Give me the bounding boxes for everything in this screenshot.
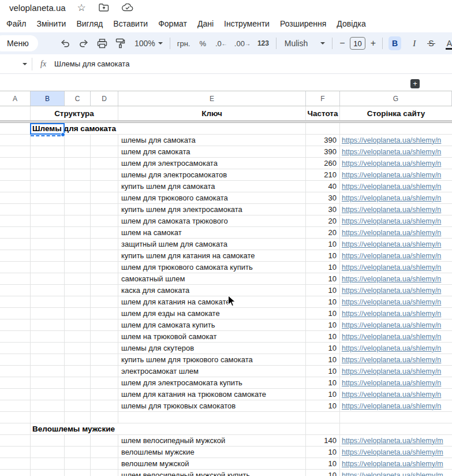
grid-cell[interactable] xyxy=(0,227,31,238)
page-link[interactable]: https://veloplaneta.ua/shlemy/n xyxy=(342,308,441,319)
zoom-select[interactable]: 100% xyxy=(135,39,163,48)
page-link[interactable]: https://veloplaneta.ua/shlemy/n xyxy=(342,285,441,296)
key-cell[interactable]: шлем для электросамоката xyxy=(121,158,218,169)
grid-cell[interactable] xyxy=(0,331,31,342)
grid-cell[interactable] xyxy=(91,400,118,411)
grid-cell[interactable] xyxy=(31,412,65,423)
header-cell-a[interactable] xyxy=(0,106,31,120)
grid-cell[interactable] xyxy=(91,331,118,342)
grid-cell[interactable] xyxy=(0,239,31,250)
grid-cell[interactable] xyxy=(0,377,31,388)
grid-cell[interactable] xyxy=(91,389,118,400)
frequency-cell[interactable]: 10 xyxy=(306,308,337,319)
print-button[interactable] xyxy=(97,39,107,49)
frequency-cell[interactable]: 10 xyxy=(306,470,337,476)
grid-cell[interactable] xyxy=(0,204,31,215)
frequency-cell[interactable]: 390 xyxy=(306,135,337,146)
grid-cell[interactable] xyxy=(91,262,118,273)
grid-cell[interactable] xyxy=(31,215,65,226)
grid-cell[interactable] xyxy=(91,135,118,146)
key-cell[interactable]: велошлемы мужские xyxy=(121,447,195,458)
grid-cell[interactable] xyxy=(0,354,31,365)
page-link[interactable]: https://veloplaneta.ua/shlemy/m xyxy=(342,458,443,469)
grid-cell[interactable] xyxy=(0,400,31,411)
grid-cell[interactable] xyxy=(65,366,91,377)
italic-button[interactable]: I xyxy=(413,39,416,49)
grid-cell[interactable] xyxy=(0,447,31,458)
key-cell[interactable]: шлем на самокат xyxy=(121,227,182,238)
grid-cell[interactable] xyxy=(31,470,65,476)
grid-cell[interactable] xyxy=(31,250,65,261)
column-header-b[interactable]: B xyxy=(31,91,65,106)
key-cell[interactable]: каска для самоката xyxy=(121,285,189,296)
grid-cell[interactable] xyxy=(31,296,65,307)
frequency-cell[interactable]: 390 xyxy=(306,146,337,157)
menu-item-8[interactable]: Довідка xyxy=(331,17,371,30)
grid-cell[interactable] xyxy=(0,343,31,354)
grid-cell[interactable] xyxy=(91,273,118,284)
key-cell[interactable]: шлемы для скутеров xyxy=(121,343,194,354)
key-cell[interactable]: шлемы для электросамокатов xyxy=(121,169,227,180)
frequency-cell[interactable]: 10 xyxy=(306,319,337,330)
grid-cell[interactable] xyxy=(0,319,31,330)
increase-font-size-button[interactable]: + xyxy=(371,38,376,49)
move-folder-icon[interactable] xyxy=(99,3,109,12)
page-link[interactable]: https://veloplaneta.ua/shlemy/n xyxy=(342,366,441,377)
grid-cell[interactable] xyxy=(91,146,118,157)
page-link[interactable]: https://veloplaneta.ua/shlemy/n xyxy=(342,262,441,273)
column-header-c[interactable]: C xyxy=(65,91,91,106)
grid-cell[interactable] xyxy=(0,458,31,469)
section-title[interactable]: Велошлемы мужские xyxy=(32,423,115,434)
page-link[interactable]: https://veloplaneta.ua/shlemy/n xyxy=(342,343,441,354)
key-cell[interactable]: шлем на трюковой самокат xyxy=(121,331,216,342)
grid-cell[interactable] xyxy=(31,435,65,446)
grid-cell[interactable] xyxy=(31,181,65,192)
menu-button[interactable]: Меню xyxy=(0,35,38,51)
grid-cell[interactable] xyxy=(65,435,91,446)
redo-button[interactable] xyxy=(79,39,89,48)
grid-cell[interactable] xyxy=(0,135,31,146)
frequency-cell[interactable]: 10 xyxy=(306,239,337,250)
frequency-cell[interactable]: 10 xyxy=(306,285,337,296)
decrease-font-size-button[interactable]: − xyxy=(339,38,345,49)
grid-cell[interactable] xyxy=(31,343,65,354)
key-cell[interactable]: шлемы для самоката xyxy=(121,135,196,146)
page-link[interactable]: https://veloplaneta.ua/shlemy/n xyxy=(342,181,441,192)
grid-cell[interactable] xyxy=(0,412,31,423)
menu-item-7[interactable]: Розширення xyxy=(275,17,331,30)
grid-cell[interactable] xyxy=(91,377,118,388)
grid-cell[interactable] xyxy=(31,319,65,330)
menu-item-6[interactable]: Інструменти xyxy=(219,17,275,30)
menu-item-0[interactable]: Файл xyxy=(1,17,31,30)
grid-cell[interactable] xyxy=(91,343,118,354)
undo-button[interactable] xyxy=(60,39,70,48)
grid-cell[interactable] xyxy=(31,400,65,411)
frequency-cell[interactable]: 40 xyxy=(306,181,337,192)
grid-cell[interactable] xyxy=(91,285,118,296)
currency-format-button[interactable]: грн. xyxy=(177,39,190,48)
decrease-decimal-button[interactable]: .0← xyxy=(215,39,227,48)
menu-item-1[interactable]: Змінити xyxy=(31,17,71,30)
frequency-cell[interactable]: 10 xyxy=(306,400,337,411)
grid-cell[interactable] xyxy=(340,412,452,423)
key-cell[interactable]: электросамокат шлем xyxy=(121,366,199,377)
page-link[interactable]: https://veloplaneta.ua/shlemy/n xyxy=(342,215,441,226)
grid-cell[interactable] xyxy=(0,158,31,169)
page-link[interactable]: https://veloplaneta.ua/shlemy/n xyxy=(342,192,441,203)
frequency-cell[interactable]: 10 xyxy=(306,389,337,400)
key-cell[interactable]: купить шлем для самоката xyxy=(121,181,215,192)
grid-cell[interactable] xyxy=(91,204,118,215)
menu-item-4[interactable]: Формат xyxy=(153,17,192,30)
key-cell[interactable]: шлем для трюкового самоката купить xyxy=(121,262,253,273)
key-cell[interactable]: шлемы для трюковых самокатов xyxy=(121,400,236,411)
grid-cell[interactable] xyxy=(65,412,91,423)
grid-cell[interactable] xyxy=(31,366,65,377)
key-cell[interactable]: шлем велосипедный мужской xyxy=(121,435,225,446)
key-cell[interactable]: шлем для самоката купить xyxy=(121,319,215,330)
document-title[interactable]: veloplaneta.ua xyxy=(9,3,66,13)
more-formats-button[interactable]: 123 xyxy=(257,39,269,47)
grid-cell[interactable] xyxy=(91,319,118,330)
frequency-cell[interactable]: 10 xyxy=(306,273,337,284)
grid-cell[interactable] xyxy=(65,354,91,365)
page-link[interactable]: https://veloplaneta.ua/shlemy/n xyxy=(342,169,441,180)
